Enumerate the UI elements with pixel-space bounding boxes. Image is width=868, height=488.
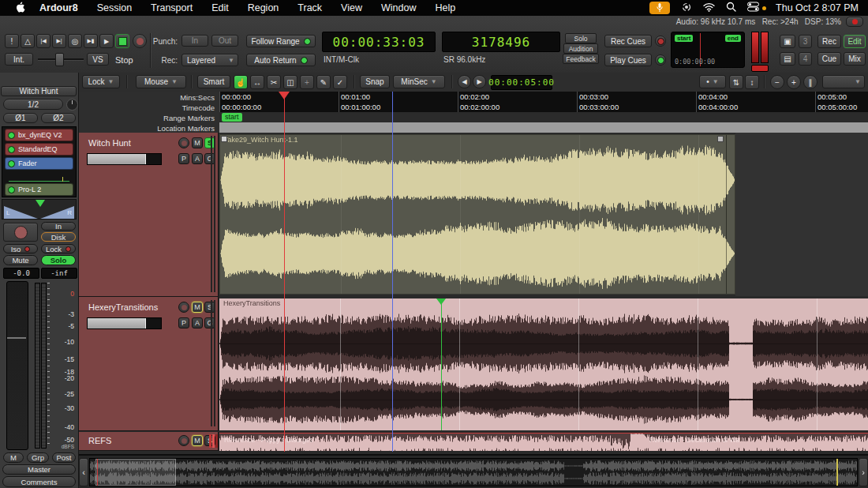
ruler-row-range-label[interactable]: Range Markers xyxy=(80,114,215,122)
post-button[interactable]: Post xyxy=(52,452,76,463)
processor-led[interactable] xyxy=(8,132,15,139)
strip-solo-button[interactable]: Solo xyxy=(41,255,76,265)
mix-page-button[interactable]: Mix xyxy=(844,52,866,66)
nudge-forward-button[interactable]: ▶ xyxy=(473,75,486,88)
peak-display[interactable]: -inf xyxy=(41,268,77,279)
auto-return-button[interactable]: Auto Return xyxy=(246,54,316,66)
comments-button[interactable]: Comments xyxy=(2,476,76,487)
empty-track-space[interactable] xyxy=(735,133,868,296)
menu-session[interactable]: Session xyxy=(97,2,132,13)
track-mute-button[interactable]: M xyxy=(192,137,203,148)
stop-button[interactable] xyxy=(115,34,129,48)
punch-in-button[interactable]: In xyxy=(181,35,208,47)
menu-region[interactable]: Region xyxy=(248,2,279,13)
pan-widget[interactable]: L R xyxy=(2,199,77,220)
cue-page-button[interactable]: Cue xyxy=(817,52,841,66)
session-overview[interactable] xyxy=(89,458,858,486)
nudge-back-button[interactable]: ◀ xyxy=(458,75,471,88)
solo-lock-button[interactable]: Lock xyxy=(41,244,76,253)
apple-menu-icon[interactable] xyxy=(16,2,25,15)
strip-name-button[interactable]: Witch Hunt xyxy=(1,86,77,96)
primary-clock[interactable]: 00:00:33:03 xyxy=(322,32,436,52)
sync-source-button[interactable]: Int. xyxy=(5,53,33,66)
processor-box[interactable]: bx_dynEQ V2StandardEQFaderPro-L 2 xyxy=(2,126,77,197)
strip-recenable-button[interactable] xyxy=(3,223,38,242)
group-button[interactable]: Grp xyxy=(27,452,49,463)
feedback-indicator[interactable]: Feedback xyxy=(563,54,599,64)
track-name[interactable]: REFS xyxy=(88,436,111,445)
mic-status-icon[interactable] xyxy=(649,2,670,14)
trim-knob[interactable] xyxy=(66,99,78,111)
menu-window[interactable]: Window xyxy=(381,2,416,13)
track-header-refs[interactable]: REFS M S xyxy=(79,432,219,451)
crop-tool-button[interactable]: ▣ xyxy=(780,35,795,48)
track-recenable-button[interactable] xyxy=(178,302,189,313)
autoplay-button[interactable]: ▶▮ xyxy=(84,34,98,48)
edit-point-marker[interactable] xyxy=(436,298,446,305)
zoom-fit-button[interactable]: ∥ xyxy=(803,75,817,89)
menu-view[interactable]: View xyxy=(341,2,362,13)
control-center-icon[interactable] xyxy=(747,2,759,14)
track-gain-slider[interactable] xyxy=(87,153,162,165)
pan-handle[interactable] xyxy=(36,200,45,207)
master-bus-button[interactable]: Master xyxy=(2,464,76,475)
rec-cues-button[interactable]: Rec Cues xyxy=(604,35,652,47)
shuttle-thumb[interactable] xyxy=(55,53,64,66)
sample-rate-label[interactable]: SR 96.0kHz xyxy=(443,55,485,64)
tool-draw-button[interactable]: ✎ xyxy=(316,75,331,89)
rec-page-button[interactable]: Rec xyxy=(817,35,841,48)
track-playlist-button[interactable]: P xyxy=(178,317,189,328)
track-mute-button[interactable]: M xyxy=(192,302,203,313)
varispeed-button[interactable]: VS xyxy=(87,53,109,66)
processor-bx-dyneq-v2[interactable]: bx_dynEQ V2 xyxy=(5,129,73,141)
tool-move-button[interactable]: + xyxy=(300,75,314,89)
search-icon[interactable] xyxy=(726,2,736,14)
slot-3-button[interactable]: 3 xyxy=(799,35,812,48)
metronome-button[interactable]: △ xyxy=(21,34,35,48)
region-fade-handle[interactable] xyxy=(717,136,724,142)
play-cues-led[interactable] xyxy=(655,54,666,66)
track-automation-button[interactable]: A xyxy=(192,153,203,164)
track-name[interactable]: HexeryTransitions xyxy=(88,302,158,312)
tool-content-button[interactable]: ✓ xyxy=(333,75,347,89)
follow-range-button[interactable]: Follow Range xyxy=(246,35,316,47)
ruler-row-minsec-label[interactable]: Mins:Secs xyxy=(80,93,215,102)
tool-cut-button[interactable]: ✂ xyxy=(267,75,281,89)
ruler-range-markers[interactable]: start xyxy=(219,112,868,123)
tool-stretch-button[interactable]: ◫ xyxy=(283,75,297,89)
audition-indicator[interactable]: Audition xyxy=(563,43,598,54)
track-name[interactable]: Witch Hunt xyxy=(88,138,131,148)
processor-led[interactable] xyxy=(8,186,15,193)
summary-scroll-right-button[interactable]: › xyxy=(859,458,868,486)
refs-regions[interactable]: Reference - Poppy's Disurges Reference -… xyxy=(219,434,868,451)
processor-led[interactable] xyxy=(8,146,15,153)
disk-monitor-button[interactable]: Disk xyxy=(41,232,76,242)
goto-start-button[interactable]: |◀ xyxy=(36,34,51,48)
expand-tracks-button[interactable]: ↕ xyxy=(745,75,759,89)
region-gain-handle[interactable] xyxy=(221,136,227,142)
wifi-icon[interactable] xyxy=(703,2,715,14)
ruler-timecode[interactable]: 00:00:00:0000:01:00:0000:02:00:0000:03:0… xyxy=(219,102,868,113)
phase-2-button[interactable]: Ø2 xyxy=(41,113,76,123)
track-mute-button[interactable]: M xyxy=(192,435,203,446)
menu-transport[interactable]: Transport xyxy=(151,2,193,13)
menu-track[interactable]: Track xyxy=(297,2,322,13)
shrink-tracks-button[interactable]: ⇅ xyxy=(729,75,743,89)
track-playlist-button[interactable]: P xyxy=(178,153,189,164)
processor-led[interactable] xyxy=(8,160,15,167)
region-waveform[interactable] xyxy=(219,298,868,430)
phase-1-button[interactable]: Ø1 xyxy=(3,113,38,123)
tool-grab-button[interactable]: ☝ xyxy=(234,75,248,89)
punch-out-button[interactable]: Out xyxy=(211,35,238,47)
mini-start-marker[interactable]: start xyxy=(675,35,693,42)
gain-fader[interactable] xyxy=(6,281,28,450)
loop-button[interactable]: ◎ xyxy=(68,34,82,48)
edit-point-line[interactable] xyxy=(441,298,442,430)
zoom-preset-dropdown[interactable]: •▼ xyxy=(699,75,726,88)
solo-indicator[interactable]: Solo xyxy=(565,33,597,43)
solo-iso-button[interactable]: Iso xyxy=(3,244,38,253)
menu-app-name[interactable]: Ardour8 xyxy=(39,2,78,13)
secondary-clock[interactable]: 3178496 xyxy=(442,32,560,52)
track-header-witch-hunt[interactable]: Witch Hunt M S P A G xyxy=(79,133,219,297)
midi-panic-button[interactable]: ! xyxy=(5,34,19,48)
